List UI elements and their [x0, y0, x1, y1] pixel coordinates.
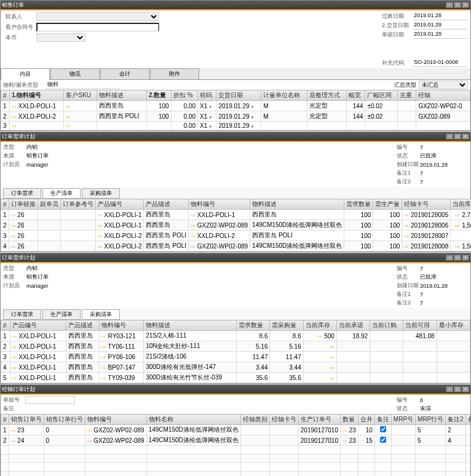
link-arrow-icon[interactable]: ⇨ — [191, 233, 196, 239]
minimize-icon[interactable]: − — [446, 133, 453, 140]
table-row[interactable]: 4⇨ 26⇨ XXLD-POLI-2西西里岛 POLI⇨ GXZ02-WP02-… — [1, 241, 472, 252]
tab-accounting[interactable]: 会计 — [100, 68, 149, 79]
link-arrow-icon[interactable]: ⇨ — [12, 354, 17, 360]
table-row[interactable]: 2⇨ XXLD-POLI-2⇨西西里岛 POLI1000.00X12019.01… — [1, 111, 470, 122]
summary-select[interactable]: 未汇总 — [419, 81, 468, 89]
close-icon[interactable]: × — [462, 255, 469, 261]
table-row[interactable]: 3⇨ ⇨0.00X12019.01.29 — [1, 122, 470, 130]
link-arrow-icon[interactable]: ⇨ — [101, 344, 106, 350]
link-arrow-icon[interactable]: ⇨ — [11, 233, 16, 239]
subtab-purchase[interactable]: 采购清单 — [82, 188, 120, 199]
subtab-demand[interactable]: 订单需求 — [3, 309, 41, 320]
currency-select[interactable] — [36, 33, 85, 42]
minimize-icon[interactable]: − — [446, 386, 453, 392]
link-arrow-icon[interactable]: ⇨ — [66, 114, 71, 120]
link-arrow-icon[interactable]: ⇨ — [455, 223, 460, 229]
link-arrow-icon[interactable]: ⇨ — [11, 223, 16, 229]
table-row[interactable] — [1, 454, 471, 463]
close-icon[interactable]: × — [462, 133, 469, 140]
custno-input[interactable] — [36, 23, 159, 31]
link-arrow-icon[interactable]: ⇨ — [12, 333, 17, 339]
maximize-icon[interactable]: □ — [454, 133, 461, 140]
subtab-purchase[interactable]: 采购清单 — [82, 309, 120, 320]
link-arrow-icon[interactable]: ⇨ — [98, 223, 103, 229]
link-arrow-icon[interactable]: ⇨ — [87, 427, 92, 434]
table-row[interactable]: 1⇨ XXLD-POLI-1西西里岛⇨ RY03-12121S/2人棉-1118… — [1, 331, 470, 341]
link-arrow-icon[interactable]: ⇨ — [12, 365, 17, 371]
table-row[interactable]: 4⇨ XXLD-POLI-1西西里岛⇨ BP07-147300D涤纶有光低弹丝-… — [1, 362, 470, 373]
post-date[interactable]: 2019.01.28 — [413, 12, 468, 20]
table-row[interactable] — [1, 463, 471, 472]
minimize-icon[interactable]: − — [446, 255, 453, 261]
link-arrow-icon[interactable]: ⇨ — [101, 333, 106, 339]
svc-type[interactable]: 物料 — [46, 81, 120, 89]
maximize-icon[interactable]: □ — [454, 255, 461, 261]
supp-code[interactable]: SO-2019-01-0008 — [413, 59, 468, 67]
link-arrow-icon[interactable]: ⇨ — [11, 212, 16, 218]
link-arrow-icon[interactable]: ⇨ — [11, 438, 16, 444]
table-row[interactable] — [1, 472, 471, 477]
link-arrow-icon[interactable]: ⇨ — [191, 223, 196, 229]
link-arrow-icon[interactable]: ⇨ — [101, 365, 106, 371]
table-row[interactable]: 1⇨ 230⇨ GXZ02-WP02-089149CM150D涤纶低弹网络丝双色… — [1, 425, 471, 435]
link-arrow-icon[interactable]: ⇨ — [342, 427, 347, 434]
link-arrow-icon[interactable]: ⇨ — [66, 123, 71, 129]
link-arrow-icon[interactable]: ⇨ — [98, 212, 103, 218]
link-arrow-icon[interactable]: ⇨ — [330, 344, 334, 350]
doc-date[interactable]: 2019.01.28 — [413, 31, 468, 39]
link-arrow-icon[interactable]: ⇨ — [101, 354, 106, 360]
link-arrow-icon[interactable]: ⇨ — [404, 223, 409, 229]
link-arrow-icon[interactable]: ⇨ — [404, 244, 409, 250]
warp-order-window: 经轴订单计划 −□× 单据号 备注 编号8 状态未清 #销售订单号销售订单行号物… — [0, 384, 471, 476]
table-row[interactable] — [1, 446, 471, 454]
sales-order-window: 销售订单 − □ × 联系人 客户合同号 本币 过账日期2019.01.28 2… — [0, 0, 471, 131]
tab-logistics[interactable]: 物流 — [50, 68, 100, 79]
link-arrow-icon[interactable]: ⇨ — [101, 375, 106, 381]
merge-checkbox[interactable] — [380, 426, 386, 432]
link-arrow-icon[interactable]: ⇨ — [330, 365, 334, 371]
link-arrow-icon[interactable]: ⇨ — [66, 103, 71, 109]
table-row[interactable]: 2⇨ 26⇨ XXLD-POLI-1西西里岛⇨ GXZ02-WP02-08914… — [1, 220, 472, 231]
link-arrow-icon[interactable]: ⇨ — [12, 375, 17, 381]
maximize-icon[interactable]: □ — [454, 386, 461, 392]
link-arrow-icon[interactable]: ⇨ — [98, 244, 103, 250]
table-row[interactable]: 1⇨ 26⇨ XXLD-POLI-1西西里岛⇨ XXLD-POLI-1西西里岛1… — [1, 210, 472, 220]
link-arrow-icon[interactable]: ⇨ — [98, 233, 103, 239]
link-arrow-icon[interactable]: ⇨ — [11, 427, 16, 434]
merge-checkbox[interactable] — [380, 437, 386, 443]
link-arrow-icon[interactable]: ⇨ — [12, 344, 17, 350]
docno-input[interactable] — [25, 396, 74, 404]
table-row[interactable]: 3⇨ XXLD-POLI-1西西里岛⇨ PY06-10621S/2涤线-1061… — [1, 352, 470, 362]
table-row[interactable]: 1⇨ XXLD-POLI-1⇨西西里岛1000.00X12019.01.29M光… — [1, 101, 470, 111]
tab-attachment[interactable]: 附件 — [150, 68, 199, 79]
link-arrow-icon[interactable]: ⇨ — [11, 244, 16, 250]
link-arrow-icon[interactable]: ⇨ — [12, 114, 17, 120]
table-row[interactable]: 2⇨ XXLD-POLI-1西西里岛⇨ TY06-11110N全纶大肚纱-111… — [1, 341, 470, 352]
subtab-production[interactable]: 生产清单 — [42, 188, 81, 199]
link-arrow-icon[interactable]: ⇨ — [404, 212, 409, 218]
link-arrow-icon[interactable]: ⇨ — [330, 354, 334, 360]
link-arrow-icon[interactable]: ⇨ — [12, 103, 17, 109]
link-arrow-icon[interactable]: ⇨ — [87, 438, 92, 444]
table-row[interactable]: 3⇨ 26⇨ XXLD-POLI-2西西里岛 POLI⇨ XXLD-POLI-2… — [1, 231, 472, 241]
table-row[interactable]: 2⇨ 240⇨ GXZ02-WP02-089149CM150D涤纶低弹网络丝双色… — [1, 435, 471, 446]
link-arrow-icon[interactable]: ⇨ — [455, 212, 460, 218]
link-arrow-icon[interactable]: ⇨ — [12, 123, 17, 129]
link-arrow-icon[interactable]: ⇨ — [330, 375, 334, 381]
minimize-icon[interactable]: − — [446, 2, 453, 8]
link-arrow-icon[interactable]: ⇨ — [191, 212, 196, 218]
delivery-date[interactable]: 2019.01.29 — [413, 22, 468, 30]
table-row[interactable]: 5⇨ XXLD-POLI-1西西里岛⇨ TY09-039300D涤纶有光竹节长丝… — [1, 373, 470, 383]
maximize-icon[interactable]: □ — [454, 2, 461, 8]
link-arrow-icon[interactable]: ⇨ — [404, 233, 409, 239]
close-icon[interactable]: × — [462, 2, 469, 8]
link-arrow-icon[interactable]: ⇨ — [191, 244, 196, 250]
tab-content[interactable]: 内容 — [1, 68, 50, 80]
link-arrow-icon[interactable]: ⇨ — [317, 333, 322, 339]
close-icon[interactable]: × — [462, 386, 469, 392]
contact-select[interactable] — [36, 12, 159, 21]
subtab-demand[interactable]: 订单需求 — [3, 188, 41, 199]
link-arrow-icon[interactable]: ⇨ — [455, 244, 460, 250]
link-arrow-icon[interactable]: ⇨ — [342, 438, 347, 444]
subtab-production[interactable]: 生产清单 — [42, 309, 81, 320]
